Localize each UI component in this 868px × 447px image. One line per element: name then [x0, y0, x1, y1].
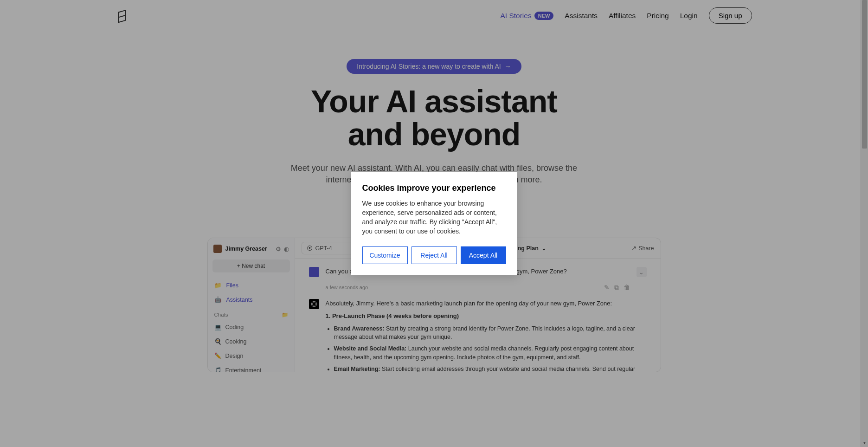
cookie-body: We use cookies to enhance your browsing … [362, 198, 506, 236]
cookie-reject-button[interactable]: Reject All [411, 246, 457, 264]
cookie-accept-button[interactable]: Accept All [461, 246, 506, 264]
cookie-modal: Cookies improve your experience We use c… [351, 172, 517, 275]
cookie-title: Cookies improve your experience [362, 183, 506, 193]
cookie-customize-button[interactable]: Customize [362, 246, 408, 264]
